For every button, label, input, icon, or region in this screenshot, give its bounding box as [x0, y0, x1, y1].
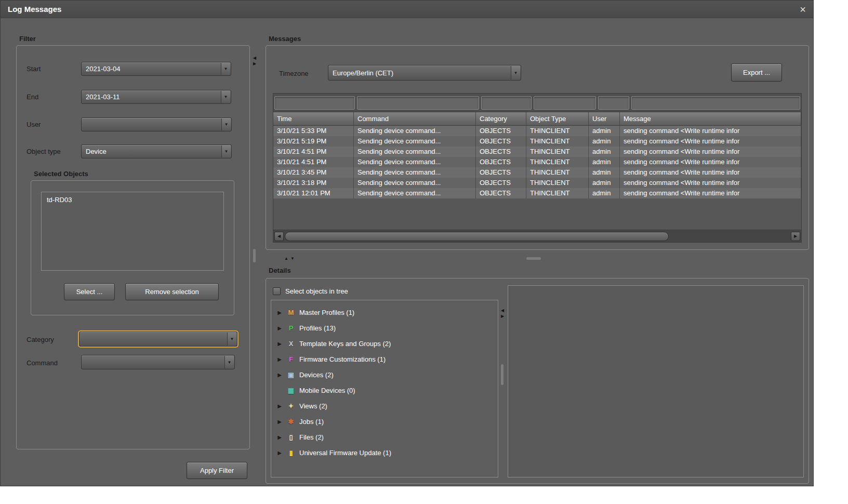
start-date-combobox[interactable]: 2021-03-04 ▼: [81, 62, 231, 76]
expand-arrow-icon[interactable]: ▶: [276, 403, 283, 409]
collapse-left-icon[interactable]: ◀: [501, 308, 504, 313]
collapse-right-icon[interactable]: ▶: [501, 314, 504, 319]
window-title: Log Messages: [8, 5, 61, 14]
table-row[interactable]: 3/10/21 3:18 PMSending device command...…: [273, 178, 801, 188]
tree-item-mobile-devices[interactable]: ▦Mobile Devices (0): [276, 382, 498, 398]
collapse-down-icon[interactable]: ▼: [290, 256, 295, 261]
table-filter-input-object-type[interactable]: [534, 96, 596, 110]
table-filter-input-message[interactable]: [631, 96, 800, 110]
column-header-object-type[interactable]: Object Type: [526, 112, 589, 126]
tree-item-label: Master Profiles (1): [299, 309, 354, 316]
table-filter-input-command[interactable]: [357, 96, 479, 110]
expand-arrow-icon[interactable]: ▶: [276, 450, 283, 456]
horizontal-scrollbar[interactable]: ◀ ▶: [273, 230, 801, 242]
chevron-down-icon[interactable]: ▼: [224, 356, 234, 368]
scrollbar-track[interactable]: [285, 232, 790, 241]
object-tree: ▶MMaster Profiles (1)▶PProfiles (13)▶XTe…: [271, 300, 498, 478]
details-splitter-collapse[interactable]: ◀ ▶: [501, 308, 504, 319]
tree-item-firmware-customizations[interactable]: ▶FFirmware Customizations (1): [276, 351, 498, 367]
chevron-down-icon[interactable]: ▼: [221, 63, 230, 75]
left-splitter-collapse[interactable]: ◀ ▶: [253, 56, 256, 66]
list-item[interactable]: td-RD03: [42, 192, 223, 207]
table-cell: 3/10/21 3:45 PM: [273, 167, 354, 178]
expand-arrow-icon[interactable]: ▶: [276, 341, 283, 347]
table-row[interactable]: 3/10/21 5:33 PMSending device command...…: [273, 126, 801, 136]
table-row[interactable]: 3/10/21 5:19 PMSending device command...…: [273, 136, 801, 147]
profiles-icon: P: [286, 324, 296, 332]
table-row[interactable]: 3/10/21 12:01 PMSending device command..…: [273, 188, 801, 198]
table-cell: 3/10/21 5:33 PM: [273, 126, 354, 136]
expand-arrow-icon[interactable]: ▶: [276, 372, 283, 378]
close-icon[interactable]: ×: [800, 4, 806, 15]
table-filter-input-user[interactable]: [598, 96, 629, 110]
chevron-down-icon[interactable]: ▼: [227, 333, 236, 346]
end-date-combobox[interactable]: 2021-03-11 ▼: [81, 90, 231, 104]
expand-arrow-icon[interactable]: ▶: [276, 356, 283, 362]
chevron-down-icon[interactable]: ▼: [221, 91, 230, 103]
column-header-command[interactable]: Command: [354, 112, 476, 126]
select-objects-button[interactable]: Select ...: [64, 283, 115, 300]
tree-item-universal-firmware-update[interactable]: ▶▮Universal Firmware Update (1): [276, 445, 498, 460]
firmware-customizations-icon: F: [286, 355, 296, 363]
table-row[interactable]: 3/10/21 4:51 PMSending device command...…: [273, 157, 801, 167]
table-cell: OBJECTS: [476, 147, 526, 157]
select-objects-in-tree-checkbox[interactable]: [273, 287, 281, 295]
table-cell: sending command <Write runtime infor: [620, 167, 801, 178]
middle-splitter-grip[interactable]: [526, 257, 541, 260]
left-splitter-grip[interactable]: [253, 249, 256, 262]
table-cell: OBJECTS: [476, 167, 526, 178]
user-label: User: [27, 121, 41, 128]
column-header-category[interactable]: Category: [476, 112, 526, 126]
expand-arrow-icon[interactable]: ▶: [276, 310, 283, 315]
end-date-value: 2021-03-11: [86, 93, 120, 101]
timezone-combobox[interactable]: Europe/Berlin (CET) ▼: [328, 65, 521, 81]
table-cell: THINCLIENT: [526, 188, 589, 198]
tree-item-master-profiles[interactable]: ▶MMaster Profiles (1): [276, 304, 498, 320]
tree-item-profiles[interactable]: ▶PProfiles (13): [276, 320, 498, 336]
scrollbar-thumb[interactable]: [285, 232, 669, 241]
middle-splitter-collapse[interactable]: ▲ ▼: [284, 256, 295, 261]
expand-arrow-icon[interactable]: ▶: [276, 325, 283, 331]
messages-table: Time Command Category Object Type User M…: [273, 93, 802, 243]
column-header-message[interactable]: Message: [620, 112, 801, 126]
column-header-time[interactable]: Time: [273, 112, 354, 126]
export-button[interactable]: Export ...: [731, 63, 782, 82]
collapse-right-icon[interactable]: ▶: [253, 61, 256, 66]
apply-filter-button[interactable]: Apply Filter: [187, 462, 247, 479]
category-combobox[interactable]: ▼: [79, 331, 237, 347]
table-row[interactable]: 3/10/21 3:45 PMSending device command...…: [273, 167, 801, 178]
details-group-title: Details: [269, 267, 291, 274]
collapse-up-icon[interactable]: ▲: [284, 256, 288, 261]
expand-arrow-icon[interactable]: ▶: [276, 434, 283, 440]
tree-item-devices[interactable]: ▶▣Devices (2): [276, 367, 498, 382]
detail-text-panel: [508, 285, 804, 478]
table-cell: THINCLIENT: [526, 157, 589, 167]
table-header: Time Command Category Object Type User M…: [273, 112, 801, 126]
titlebar[interactable]: Log Messages ×: [1, 1, 813, 18]
object-type-combobox[interactable]: Device ▼: [81, 144, 232, 158]
table-filter-input-time[interactable]: [274, 96, 355, 110]
table-filter-input-category[interactable]: [481, 96, 532, 110]
details-splitter-grip[interactable]: [501, 364, 504, 385]
table-cell: 3/10/21 12:01 PM: [273, 188, 354, 198]
select-objects-in-tree-label: Select objects in tree: [285, 287, 348, 295]
expand-arrow-icon[interactable]: ▶: [276, 419, 283, 425]
user-combobox[interactable]: ▼: [81, 117, 232, 131]
tree-item-jobs[interactable]: ▶✱Jobs (1): [276, 414, 498, 429]
table-empty-area: [273, 198, 801, 230]
remove-selection-button[interactable]: Remove selection: [125, 283, 219, 300]
chevron-down-icon[interactable]: ▼: [511, 66, 520, 79]
tree-item-views[interactable]: ▶✦Views (2): [276, 398, 498, 414]
tree-item-template-keys-and-groups[interactable]: ▶XTemplate Keys and Groups (2): [276, 336, 498, 351]
tree-item-files[interactable]: ▶▯Files (2): [276, 429, 498, 445]
scroll-right-button[interactable]: ▶: [791, 232, 800, 241]
timezone-label: Timezone: [279, 70, 309, 77]
scroll-left-button[interactable]: ◀: [274, 232, 284, 241]
chevron-down-icon[interactable]: ▼: [221, 145, 231, 157]
selected-objects-list[interactable]: td-RD03: [41, 192, 224, 271]
column-header-user[interactable]: User: [589, 112, 620, 126]
table-row[interactable]: 3/10/21 4:51 PMSending device command...…: [273, 147, 801, 157]
chevron-down-icon[interactable]: ▼: [221, 118, 231, 130]
command-combobox[interactable]: ▼: [81, 355, 235, 369]
collapse-left-icon[interactable]: ◀: [253, 56, 256, 60]
